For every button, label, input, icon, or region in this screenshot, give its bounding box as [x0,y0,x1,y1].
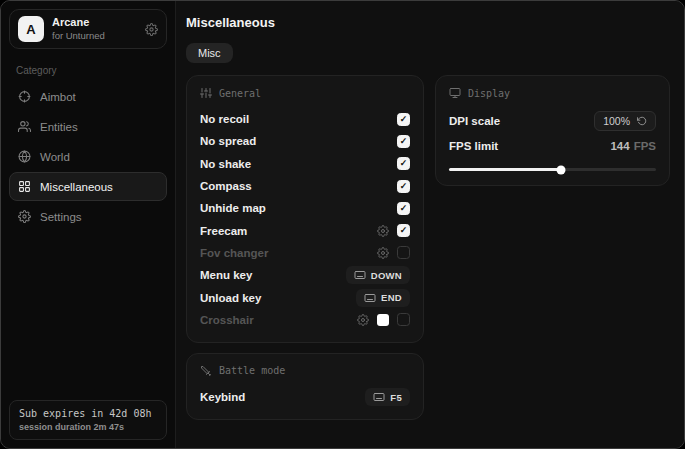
tab-bar: Misc [186,43,670,63]
subscription-card: Sub expires in 42d 08h session duration … [9,400,167,440]
fps-limit-number: 144 [610,140,629,152]
sidebar-item-miscellaneous[interactable]: Miscellaneous [9,172,167,201]
setting-row-fov-changer: Fov changer ✓ [200,242,410,264]
sidebar-item-aimbot[interactable]: Aimbot [9,82,167,111]
check-icon: ✓ [400,204,408,213]
setting-row-no-recoil: No recoil ✓ [200,108,410,130]
no-spread-checkbox[interactable]: ✓ [397,135,410,148]
crosshair-config-gear-icon[interactable] [357,314,369,326]
sidebar-item-label: Miscellaneous [40,181,113,193]
right-column: Display DPI scale 100% FPS limit [435,75,670,186]
app-name: Arcane [52,16,137,30]
setting-label: Menu key [200,269,252,281]
setting-row-no-spread: No spread ✓ [200,130,410,152]
setting-row-menu-key: Menu key DOWN [200,264,410,286]
setting-row-freecam: Freecam ✓ [200,219,410,241]
unload-key-keybind-button[interactable]: END [356,289,410,307]
freecam-config-gear-icon[interactable] [377,225,389,237]
setting-row-unload-key: Unload key END [200,286,410,308]
setting-label: Compass [200,180,252,192]
check-icon: ✓ [400,115,408,124]
battle-mode-panel: Battle mode Keybind F5 [186,353,424,420]
setting-label: Fov changer [200,247,268,259]
setting-row-unhide-map: Unhide map ✓ [200,197,410,219]
app-logo: A [18,16,44,42]
content-columns: General No recoil ✓ No spread ✓ [186,75,670,420]
globe-icon [18,150,31,163]
battle-keybind-button[interactable]: F5 [365,388,410,406]
sidebar-item-world[interactable]: World [9,142,167,171]
battle-mode-panel-header: Battle mode [200,365,410,377]
main-content: Miscellaneous Misc General No recoil [176,1,684,448]
panel-title: General [219,88,261,99]
display-panel: Display DPI scale 100% FPS limit [435,75,670,186]
sidebar-item-entities[interactable]: Entities [9,112,167,141]
sword-icon [200,365,212,377]
freecam-checkbox[interactable]: ✓ [397,224,410,237]
setting-label: Unload key [200,292,261,304]
sidebar-item-settings[interactable]: Settings [9,202,167,231]
gear-icon[interactable] [145,23,158,36]
fps-limit-unit: FPS [634,140,656,152]
sidebar: A Arcane for Unturned Category Aimbot [1,1,176,448]
gear-icon [18,210,31,223]
sidebar-item-label: World [40,151,70,163]
unhide-map-checkbox[interactable]: ✓ [397,202,410,215]
check-icon: ✓ [400,226,408,235]
setting-label: Freecam [200,225,247,237]
slider-thumb[interactable] [556,165,565,174]
app-window: A Arcane for Unturned Category Aimbot [0,0,685,449]
setting-row-fps-limit: FPS limit 144FPS [449,134,656,158]
setting-label: DPI scale [449,115,500,127]
fps-limit-slider[interactable] [449,165,656,174]
setting-row-no-shake: No shake ✓ [200,153,410,175]
check-icon: ✓ [400,182,408,191]
keybind-value: DOWN [371,270,402,281]
compass-checkbox[interactable]: ✓ [397,180,410,193]
crosshair-checkbox[interactable]: ✓ [397,313,410,326]
keybind-value: END [381,292,402,303]
left-column: General No recoil ✓ No spread ✓ [186,75,424,420]
users-icon [18,120,31,133]
keyboard-icon [373,391,385,403]
keyboard-icon [364,292,376,304]
panel-title: Battle mode [219,365,285,376]
fov-changer-config-gear-icon[interactable] [377,247,389,259]
monitor-icon [449,87,461,99]
general-panel: General No recoil ✓ No spread ✓ [186,75,424,343]
setting-label: No recoil [200,113,249,125]
category-label: Category [16,65,167,76]
dpi-scale-value: 100% [603,115,630,127]
brand-text: Arcane for Unturned [52,16,137,42]
sidebar-item-label: Entities [40,121,78,133]
slider-fill [449,168,561,171]
setting-label: No spread [200,135,256,147]
keybind-value: F5 [390,392,402,403]
menu-key-keybind-button[interactable]: DOWN [346,266,410,284]
sidebar-nav: Aimbot Entities World Miscellaneous [9,82,167,231]
no-shake-checkbox[interactable]: ✓ [397,157,410,170]
setting-label: FPS limit [449,140,498,152]
crosshair-icon [18,90,31,103]
tab-misc[interactable]: Misc [186,43,233,63]
general-panel-header: General [200,87,410,99]
setting-label: Unhide map [200,202,266,214]
setting-row-compass: Compass ✓ [200,175,410,197]
setting-label: Keybind [200,391,245,403]
setting-label: No shake [200,158,251,170]
setting-row-crosshair: Crosshair ✓ [200,309,410,331]
sidebar-item-label: Aimbot [40,91,76,103]
fov-changer-checkbox[interactable]: ✓ [397,246,410,259]
crosshair-color-swatch[interactable] [377,314,389,326]
fps-limit-value: 144FPS [610,140,656,152]
setting-row-keybind: Keybind F5 [200,386,410,408]
display-panel-header: Display [449,87,656,99]
brand-card: A Arcane for Unturned [9,9,167,49]
dpi-scale-value-button[interactable]: 100% [594,111,656,131]
no-recoil-checkbox[interactable]: ✓ [397,113,410,126]
check-icon: ✓ [400,137,408,146]
reset-icon[interactable] [637,116,647,126]
panel-title: Display [468,88,510,99]
check-icon: ✓ [400,159,408,168]
setting-row-dpi-scale: DPI scale 100% [449,108,656,134]
